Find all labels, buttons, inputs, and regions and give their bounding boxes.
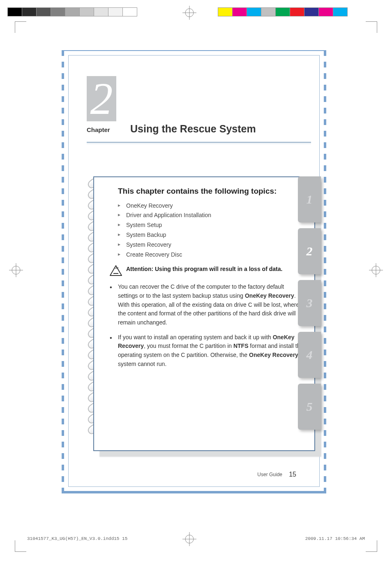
section-tab-2[interactable]: 2 [298,228,321,274]
topics-item: System Setup [118,220,305,230]
section-tab-4[interactable]: 4 [298,332,321,378]
chapter-label: Chapter [87,126,110,133]
crop-mark [15,21,26,33]
svg-marker-12 [110,266,122,276]
registration-mark-icon [369,263,383,277]
print-slug: 31041577_K3_UG(H57)_EN_V3.0.indd15 15 20… [27,536,365,541]
section-tabs: 12345 [298,176,321,435]
topics-item: Create Recovery Disc [118,250,305,260]
color-swatch [65,7,80,16]
page-frame: 2 Chapter Using the Rescue System This c… [62,49,326,493]
topics-item: Driver and Application Installation [118,211,305,220]
color-swatch [318,7,333,16]
color-swatch [290,7,304,16]
divider [87,142,311,143]
color-swatch [304,7,319,16]
registration-mark-icon [9,263,23,277]
chapter-title: Using the Rescue System [130,123,256,135]
color-swatch [122,7,137,16]
registration-mark-icon [182,6,196,20]
color-swatch [79,7,94,16]
color-swatch [333,7,348,16]
color-swatch [247,7,261,16]
topics-item: System Backup [118,230,305,240]
color-swatch [232,7,247,16]
color-swatch [22,7,37,16]
section-tab-3[interactable]: 3 [298,280,321,326]
footer-label: User Guide [257,472,282,477]
topics-item: OneKey Recovery [118,201,305,211]
attention-text: Attention: Using this program will resul… [126,266,282,272]
footer-page-number: 15 [289,471,296,478]
warning-icon [110,265,122,278]
color-swatch [94,7,108,16]
section-tab-1[interactable]: 1 [298,176,321,222]
chapter-number-box: 2 [87,76,116,121]
color-swatch [7,7,22,16]
slug-file: 31041577_K3_UG(H57)_EN_V3.0.indd15 15 [27,536,127,541]
topics-list: OneKey RecoveryDriver and Application In… [103,201,305,260]
color-swatch [108,7,123,16]
notes-list: You can recover the C drive of the compu… [103,282,305,368]
crop-mark [15,540,26,552]
color-swatch [36,7,51,16]
slug-timestamp: 2009.11.17 10:56:34 AM [305,536,365,541]
attention-note: Attention: Using this program will resul… [110,265,305,278]
topics-item: System Recovery [118,240,305,250]
topics-card: This chapter contains the following topi… [93,176,315,451]
crop-mark [366,21,377,33]
color-swatch [51,7,65,16]
color-swatch [261,7,276,16]
notes-item: You can recover the C drive of the compu… [103,282,305,327]
color-swatch [275,7,290,16]
topics-heading: This chapter contains the following topi… [103,185,305,197]
chapter-number: 2 [90,76,113,121]
divider [87,144,311,144]
section-tab-5[interactable]: 5 [298,384,321,430]
crop-mark [366,540,377,552]
color-swatch [218,7,233,16]
notes-item: If you want to install an operating syst… [103,333,305,369]
